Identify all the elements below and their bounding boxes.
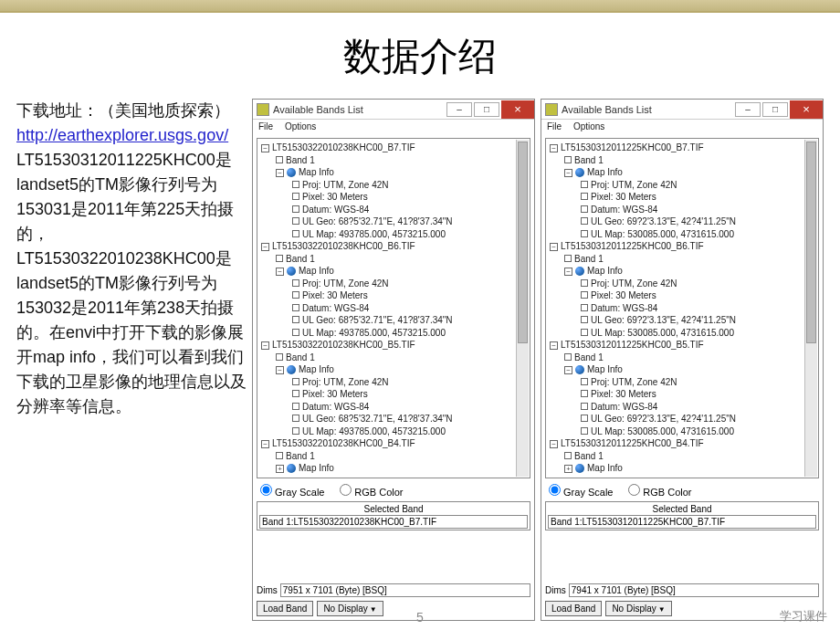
mapinfo-label[interactable]: Map Info <box>299 266 334 276</box>
mapinfo-label[interactable]: Map Info <box>587 167 623 177</box>
band-label[interactable]: Band 1 <box>574 155 604 165</box>
description-text: 下载地址：（美国地质探索） http://earthexplorer.usgs.… <box>16 99 247 621</box>
mapinfo-label[interactable]: Map Info <box>587 463 623 473</box>
minus-icon[interactable]: − <box>550 243 558 251</box>
minus-icon[interactable]: − <box>276 366 284 374</box>
item-icon <box>581 230 588 237</box>
no-display-button[interactable]: No Display▼ <box>317 601 383 616</box>
page-number: 5 <box>416 610 424 625</box>
rgb-color-radio[interactable]: RGB Color <box>628 487 691 498</box>
minus-icon[interactable]: − <box>564 169 572 177</box>
titlebar: Available Bands List – □ × <box>253 100 534 120</box>
dims-value: 7951 x 7101 (Byte) [BSQ] <box>280 583 530 597</box>
item-icon <box>581 390 588 397</box>
minus-icon[interactable]: − <box>261 440 269 448</box>
mapinfo-label[interactable]: Map Info <box>587 364 623 374</box>
file-node[interactable]: LT51530312011225KHC00_B6.TIF <box>561 241 704 251</box>
bands-tree[interactable]: −LT51530312011225KHC00_B7.TIF Band 1 −Ma… <box>545 138 819 478</box>
ulgeo-value: UL Geo: 69?2'3.13"E, 42?4'11.25"N <box>591 315 736 325</box>
minimize-button[interactable]: – <box>735 102 761 117</box>
minus-icon[interactable]: − <box>564 366 572 374</box>
menu-file[interactable]: File <box>258 121 273 131</box>
app-icon <box>545 103 558 116</box>
plus-icon[interactable]: + <box>276 465 284 473</box>
minus-icon[interactable]: − <box>261 243 269 251</box>
ulmap-value: UL Map: 493785.000, 4573215.000 <box>302 229 446 239</box>
globe-icon <box>575 365 584 374</box>
item-icon <box>292 316 299 323</box>
file-node[interactable]: LT51530322010238KHC00_B7.TIF <box>272 142 415 152</box>
window-title: Available Bands List <box>273 104 445 115</box>
rgb-color-radio[interactable]: RGB Color <box>340 487 403 498</box>
scroll-thumb[interactable] <box>806 142 816 343</box>
item-icon <box>292 403 299 410</box>
item-icon <box>292 230 299 237</box>
bands-tree[interactable]: −LT51530322010238KHC00_B7.TIF Band 1 −Ma… <box>257 138 530 478</box>
menu-options[interactable]: Options <box>573 121 604 131</box>
mapinfo-label[interactable]: Map Info <box>299 364 334 374</box>
datum-value: Datum: WGS-84 <box>302 303 369 313</box>
ulmap-value: UL Map: 493785.000, 4573215.000 <box>302 328 446 338</box>
mapinfo-label[interactable]: Map Info <box>299 167 334 177</box>
minus-icon[interactable]: − <box>550 440 558 448</box>
band-label[interactable]: Band 1 <box>286 451 315 461</box>
pixel-value: Pixel: 30 Meters <box>591 290 656 300</box>
menu-file[interactable]: File <box>547 121 562 131</box>
menubar: File Options <box>253 120 534 136</box>
band-label[interactable]: Band 1 <box>574 254 604 264</box>
minus-icon[interactable]: − <box>564 268 572 276</box>
menu-options[interactable]: Options <box>285 121 316 131</box>
colormode-row: Gray Scale RGB Color <box>541 480 823 501</box>
file-node[interactable]: LT51530322010238KHC00_B4.TIF <box>272 438 415 448</box>
load-band-button[interactable]: Load Band <box>257 601 313 616</box>
band-label[interactable]: Band 1 <box>574 451 604 461</box>
item-icon <box>292 427 299 435</box>
ulmap-value: UL Map: 530085.000, 4731615.000 <box>591 426 734 436</box>
maximize-button[interactable]: □ <box>762 102 788 117</box>
gray-scale-radio[interactable]: Gray Scale <box>260 487 324 498</box>
minus-icon[interactable]: − <box>276 268 284 276</box>
plus-icon[interactable]: + <box>564 465 572 473</box>
item-icon <box>292 291 299 299</box>
item-icon <box>292 378 299 385</box>
close-button[interactable]: × <box>501 100 534 119</box>
file-node[interactable]: LT51530322010238KHC00_B5.TIF <box>272 340 415 350</box>
scroll-thumb[interactable] <box>518 142 528 343</box>
selected-band-field[interactable] <box>259 515 528 529</box>
selected-band-field[interactable] <box>548 515 816 529</box>
band-label[interactable]: Band 1 <box>574 352 604 362</box>
file-node[interactable]: LT51530312011225KHC00_B4.TIF <box>561 438 704 448</box>
datum-value: Datum: WGS-84 <box>302 402 369 412</box>
button-row: Load Band No Display▼ <box>253 597 534 620</box>
ulgeo-value: UL Geo: 69?2'3.13"E, 42?4'11.25"N <box>591 414 736 424</box>
datum-value: Datum: WGS-84 <box>591 205 657 215</box>
band-label[interactable]: Band 1 <box>286 254 315 264</box>
gray-scale-radio[interactable]: Gray Scale <box>549 487 613 498</box>
item-icon <box>581 378 588 385</box>
minus-icon[interactable]: − <box>550 341 558 350</box>
band-label[interactable]: Band 1 <box>286 155 315 165</box>
mapinfo-label[interactable]: Map Info <box>587 266 623 276</box>
maximize-button[interactable]: □ <box>474 102 499 117</box>
bands-panel-right: Available Bands List – □ × File Options … <box>541 99 824 621</box>
globe-icon <box>287 365 296 374</box>
scrollbar[interactable] <box>516 140 529 477</box>
dims-row: Dims 7941 x 7101 (Byte) [BSQ] <box>541 583 823 597</box>
band-icon <box>564 255 572 262</box>
download-url-link[interactable]: http://earthexplorer.usgs.gov/ <box>16 126 228 144</box>
item-icon <box>292 205 299 213</box>
file-node[interactable]: LT51530312011225KHC00_B7.TIF <box>561 142 704 152</box>
close-button[interactable]: × <box>790 100 823 119</box>
minus-icon[interactable]: − <box>261 341 269 350</box>
minus-icon[interactable]: − <box>276 169 284 177</box>
no-display-button[interactable]: No Display▼ <box>605 601 671 616</box>
minimize-button[interactable]: – <box>446 102 472 117</box>
minus-icon[interactable]: − <box>261 144 269 152</box>
scrollbar[interactable] <box>804 140 817 477</box>
file-node[interactable]: LT51530312011225KHC00_B5.TIF <box>561 340 704 350</box>
mapinfo-label[interactable]: Map Info <box>299 463 334 473</box>
minus-icon[interactable]: − <box>550 144 558 152</box>
file-node[interactable]: LT51530322010238KHC00_B6.TIF <box>272 241 415 251</box>
band-label[interactable]: Band 1 <box>286 352 315 362</box>
load-band-button[interactable]: Load Band <box>545 601 602 616</box>
